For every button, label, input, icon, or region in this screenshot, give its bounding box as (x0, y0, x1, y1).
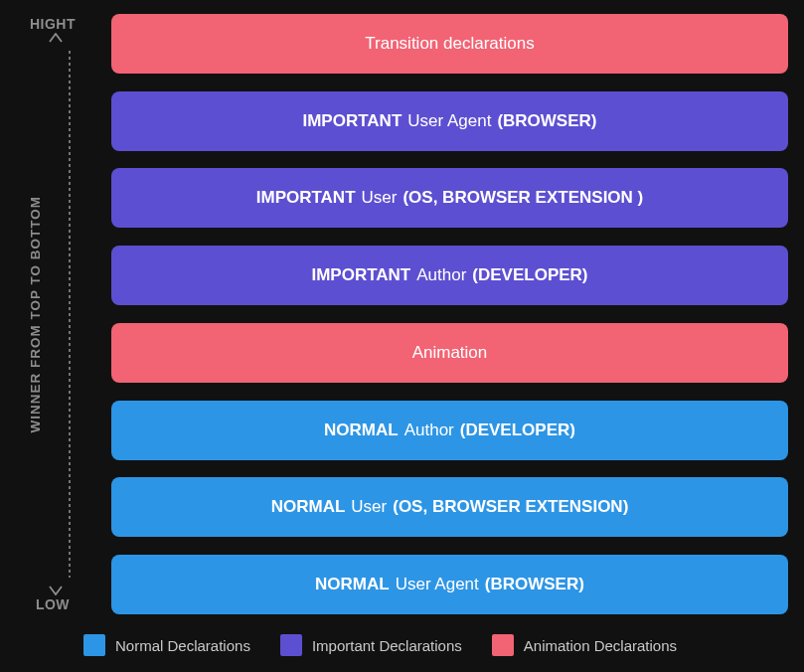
cascade-bar: NORMALAuthor(DEVELOPER) (111, 401, 788, 460)
bar-paren: (DEVELOPER) (472, 265, 587, 284)
bar-prefix: IMPORTANT (311, 265, 410, 284)
cascade-bars: Transition declarationsIMPORTANTUser Age… (97, 10, 788, 618)
legend-swatch (83, 634, 105, 656)
legend-swatch (492, 634, 514, 656)
bar-prefix: IMPORTANT (256, 188, 356, 207)
bar-label: IMPORTANTUser Agent(BROWSER) (302, 111, 596, 131)
bar-main: User Agent (396, 575, 479, 593)
bar-paren: (OS, BROWSER EXTENSION ) (402, 188, 643, 207)
bar-main: Animation (412, 343, 488, 362)
bar-prefix: IMPORTANT (302, 111, 402, 130)
cascade-bar: Animation (111, 323, 788, 383)
priority-axis: HIGHT WINNER FROM TOP TO BOTTOM LOW (8, 10, 97, 618)
legend-item: Important Declarations (280, 634, 462, 656)
bar-paren: (BROWSER) (485, 575, 584, 593)
cascade-bar: IMPORTANTUser Agent(BROWSER) (111, 91, 788, 151)
bar-main: Author (416, 265, 466, 284)
legend-label: Normal Declarations (115, 637, 250, 654)
cascade-bar: IMPORTANTUser(OS, BROWSER EXTENSION ) (111, 168, 788, 228)
bar-label: NORMALAuthor(DEVELOPER) (324, 420, 575, 440)
cascade-bar: NORMALUser(OS, BROWSER EXTENSION) (111, 477, 788, 537)
bar-main: Author (404, 420, 454, 439)
bar-prefix: NORMAL (271, 497, 346, 516)
bar-paren: (DEVELOPER) (460, 420, 575, 439)
axis-top-label: HIGHT (30, 16, 76, 32)
bar-main: User Agent (407, 111, 491, 130)
bar-main: User (351, 497, 387, 516)
arrow-down-icon (49, 586, 63, 595)
legend-label: Animation Declarations (524, 637, 677, 654)
axis-bottom-label: LOW (36, 596, 70, 612)
bar-label: NORMALUser Agent(BROWSER) (315, 575, 584, 594)
cascade-bar: NORMALUser Agent(BROWSER) (111, 555, 788, 614)
bar-label: Animation (412, 343, 488, 363)
legend: Normal DeclarationsImportant Declaration… (0, 618, 804, 656)
double-arrow-icon (61, 34, 79, 594)
bar-paren: (BROWSER) (497, 111, 596, 130)
legend-swatch (280, 634, 302, 656)
bar-label: Transition declarations (365, 34, 534, 54)
arrow-up-icon (49, 33, 63, 43)
legend-item: Normal Declarations (83, 634, 250, 656)
bar-paren: (OS, BROWSER EXTENSION) (393, 497, 628, 516)
bar-label: NORMALUser(OS, BROWSER EXTENSION) (271, 497, 629, 517)
bar-prefix: NORMAL (315, 575, 390, 593)
legend-item: Animation Declarations (492, 634, 677, 656)
cascade-bar: IMPORTANTAuthor(DEVELOPER) (111, 246, 788, 305)
cascade-bar: Transition declarations (111, 14, 788, 74)
bar-main: Transition declarations (365, 34, 534, 53)
diagram-container: HIGHT WINNER FROM TOP TO BOTTOM LOW Tran… (0, 0, 804, 618)
axis-arrow-wrap: WINNER FROM TOP TO BOTTOM (8, 34, 97, 594)
axis-caption: WINNER FROM TOP TO BOTTOM (28, 196, 43, 433)
bar-label: IMPORTANTAuthor(DEVELOPER) (311, 265, 587, 285)
bar-prefix: NORMAL (324, 420, 399, 439)
bar-main: User (362, 188, 398, 207)
legend-label: Important Declarations (312, 637, 462, 654)
bar-label: IMPORTANTUser(OS, BROWSER EXTENSION ) (256, 188, 644, 208)
